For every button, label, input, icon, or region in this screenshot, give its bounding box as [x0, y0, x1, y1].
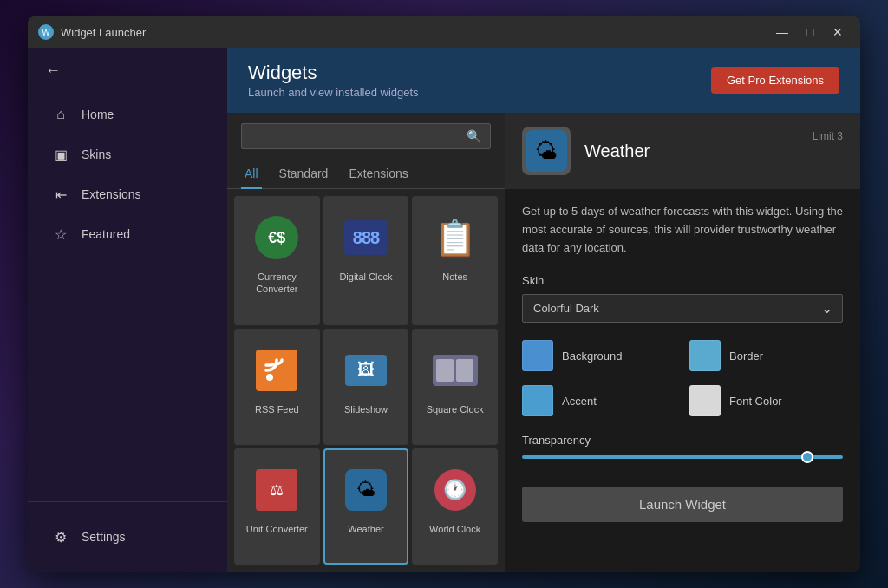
- widget-card-currency[interactable]: €$ Currency Converter: [234, 196, 320, 325]
- tab-standard[interactable]: Standard: [276, 160, 332, 189]
- slider-thumb: [801, 451, 813, 463]
- tab-all[interactable]: All: [241, 160, 262, 189]
- slideshow-label: Slideshow: [344, 403, 388, 415]
- border-label: Border: [729, 350, 763, 363]
- app-window: W Widget Launcher — □ ✕ ← ⌂ Home ▣ Skins: [28, 16, 860, 572]
- sidebar-item-home[interactable]: ⌂ Home: [35, 95, 220, 134]
- skin-label: Skin: [522, 274, 843, 287]
- content-area: Widgets Launch and view installed widget…: [227, 48, 860, 572]
- accent-swatch: [522, 385, 553, 416]
- squareclock-icon-wrap: [429, 344, 481, 396]
- main-content: ← ⌂ Home ▣ Skins ⇤ Extensions ☆ Featured: [28, 48, 860, 572]
- worldclock-label: World Clock: [429, 523, 480, 535]
- transparency-label: Transparency: [522, 434, 843, 447]
- widget-card-slideshow[interactable]: 🖼 Slideshow: [323, 329, 409, 445]
- widget-card-squareclock[interactable]: Square Clock: [412, 329, 498, 445]
- sidebar-item-extensions[interactable]: ⇤ Extensions: [35, 175, 220, 213]
- widget-card-worldclock[interactable]: 🕐 World Clock: [412, 448, 498, 565]
- border-swatch: [689, 340, 721, 371]
- sidebar-featured-label: Featured: [82, 227, 130, 241]
- sidebar-item-skins[interactable]: ▣ Skins: [35, 135, 220, 173]
- unitconv-label: Unit Converter: [246, 523, 308, 535]
- detail-icon: 🌤: [522, 127, 571, 175]
- widget-grid: €$ Currency Converter 888 Digital Clock: [227, 189, 505, 572]
- detail-limit: Limit 3: [813, 130, 843, 142]
- sidebar-skins-label: Skins: [82, 147, 111, 161]
- notes-label: Notes: [442, 271, 467, 283]
- featured-icon: ☆: [52, 225, 69, 243]
- fontcolor-label: Font Color: [729, 395, 782, 408]
- digitalclock-icon-wrap: 888: [340, 212, 392, 264]
- color-grid: Background Border Accent: [522, 340, 843, 416]
- header-text: Widgets Launch and view installed widget…: [248, 62, 419, 99]
- skin-section: Skin Colorful Dark Light Dark Minimal: [522, 274, 843, 323]
- content-header: Widgets Launch and view installed widget…: [227, 48, 860, 113]
- back-icon: ←: [45, 62, 61, 79]
- widget-card-digitalclock[interactable]: 888 Digital Clock: [323, 196, 409, 325]
- home-icon: ⌂: [52, 106, 69, 123]
- tab-extensions[interactable]: Extensions: [345, 160, 411, 189]
- window-title: Widget Launcher: [61, 26, 770, 39]
- widget-card-weather[interactable]: 🌤 Weather: [323, 448, 409, 565]
- color-item-accent[interactable]: Accent: [522, 385, 676, 416]
- slideshow-icon-wrap: 🖼: [340, 344, 392, 396]
- fontcolor-swatch: [689, 385, 721, 416]
- detail-weather-icon: 🌤: [526, 130, 567, 172]
- title-bar: W Widget Launcher — □ ✕: [28, 16, 860, 48]
- skin-select-wrap: Colorful Dark Light Dark Minimal: [522, 294, 843, 323]
- svg-point-0: [266, 374, 273, 381]
- transparency-section: Transparency: [522, 434, 843, 459]
- back-button[interactable]: ←: [28, 48, 227, 87]
- skins-icon: ▣: [52, 146, 69, 163]
- sidebar-item-featured[interactable]: ☆ Featured: [35, 215, 220, 253]
- notes-icon: 📋: [434, 218, 477, 258]
- sidebar-extensions-label: Extensions: [82, 187, 140, 201]
- background-swatch: [522, 340, 553, 371]
- unitconv-icon: ⚖: [256, 469, 297, 511]
- search-bar: 🔍: [227, 113, 505, 160]
- sidebar-home-label: Home: [82, 108, 114, 121]
- detail-description: Get up to 5 days of weather forecasts wi…: [522, 203, 843, 257]
- weather-label: Weather: [348, 523, 383, 535]
- widget-list: 🔍 All Standard Extensions: [227, 113, 505, 572]
- background-label: Background: [562, 350, 622, 363]
- rss-icon: [256, 350, 297, 391]
- currency-icon-wrap: €$: [251, 212, 303, 264]
- widget-card-unitconv[interactable]: ⚖ Unit Converter: [234, 448, 320, 565]
- detail-body: Get up to 5 days of weather forecasts wi…: [505, 189, 860, 572]
- search-input[interactable]: [251, 130, 467, 143]
- worldclock-icon: 🕐: [434, 469, 476, 511]
- squareclock-label: Square Clock: [427, 403, 484, 415]
- worldclock-icon-wrap: 🕐: [429, 464, 481, 516]
- launch-widget-button[interactable]: Launch Widget: [522, 487, 843, 522]
- color-item-background[interactable]: Background: [522, 340, 676, 371]
- color-item-border[interactable]: Border: [689, 340, 843, 371]
- weather-icon-wrap: 🌤: [340, 464, 392, 516]
- get-pro-button[interactable]: Get Pro Extensions: [711, 67, 839, 94]
- close-button[interactable]: ✕: [826, 23, 850, 42]
- minimize-button[interactable]: —: [770, 23, 794, 42]
- search-icon: 🔍: [467, 129, 481, 143]
- weather-icon: 🌤: [345, 469, 387, 511]
- currency-label: Currency Converter: [243, 271, 311, 296]
- sidebar-bottom: ⚙ Settings: [28, 501, 227, 572]
- currency-icon: €$: [255, 216, 298, 259]
- extensions-icon: ⇤: [52, 186, 69, 203]
- digitalclock-icon: 888: [344, 220, 388, 255]
- detail-name: Weather: [584, 141, 650, 161]
- maximize-button[interactable]: □: [798, 23, 822, 42]
- accent-label: Accent: [562, 395, 597, 408]
- notes-icon-wrap: 📋: [429, 212, 481, 264]
- widget-card-rss[interactable]: RSS Feed: [234, 329, 320, 445]
- sidebar-item-settings[interactable]: ⚙ Settings: [35, 518, 220, 556]
- widget-card-notes[interactable]: 📋 Notes: [412, 196, 498, 325]
- rss-icon-wrap: [251, 344, 303, 396]
- color-item-fontcolor[interactable]: Font Color: [689, 385, 843, 416]
- widget-detail: 🌤 Weather Limit 3 Get up to 5 days of we…: [505, 113, 860, 572]
- transparency-slider[interactable]: [522, 455, 843, 459]
- window-controls: — □ ✕: [770, 23, 850, 42]
- search-wrap: 🔍: [241, 123, 491, 149]
- detail-header: 🌤 Weather Limit 3: [505, 113, 860, 189]
- skin-select[interactable]: Colorful Dark Light Dark Minimal: [522, 294, 843, 323]
- sidebar-nav: ⌂ Home ▣ Skins ⇤ Extensions ☆ Featured: [28, 87, 227, 501]
